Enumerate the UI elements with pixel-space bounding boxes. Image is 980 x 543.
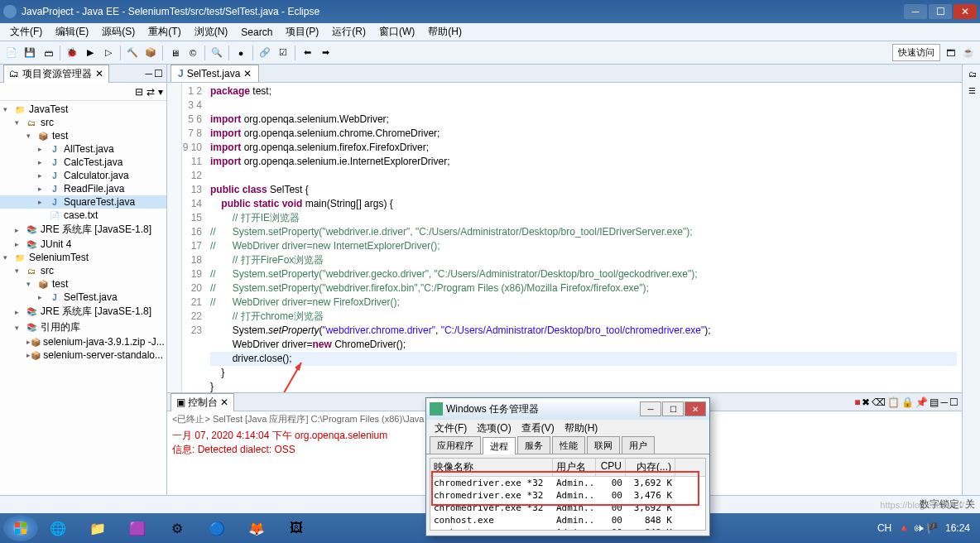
build-button[interactable]: 🔨 (124, 45, 141, 61)
taskman-title-bar[interactable]: Windows 任务管理器 ─ ☐ ✕ (426, 398, 709, 420)
taskman-menu-item[interactable]: 帮助(H) (560, 420, 603, 436)
save-all-button[interactable]: 🗃 (40, 45, 56, 61)
minimize-pane-icon[interactable]: ─ (940, 396, 948, 408)
tree-node[interactable]: ▸JAllTest.java (0, 142, 166, 156)
taskman-process-table[interactable]: 映像名称 用户名 CPU 内存(...) chromedriver.exe *3… (430, 458, 706, 531)
view-menu-icon[interactable]: ▾ (158, 86, 163, 98)
taskbar-app3[interactable]: 🖼 (277, 516, 315, 541)
pin-console-button[interactable]: 📌 (915, 396, 928, 408)
tree-node[interactable]: ▾📦test (0, 129, 166, 142)
taskman-tab[interactable]: 服务 (517, 436, 550, 454)
close-tab-icon[interactable]: ✕ (243, 68, 252, 79)
close-tab-icon[interactable]: ✕ (95, 68, 103, 79)
minimize-button[interactable]: ─ (904, 4, 927, 19)
taskman-menu-item[interactable]: 文件(F) (430, 420, 472, 436)
new-class-button[interactable]: © (185, 45, 201, 61)
task-manager-window[interactable]: Windows 任务管理器 ─ ☐ ✕ 文件(F)选项(O)查看(V)帮助(H)… (425, 397, 710, 536)
menu-item[interactable]: 窗口(W) (372, 23, 421, 41)
table-row[interactable]: chromedriver.exe *32Admin..003,692 K (430, 477, 705, 489)
collapse-all-icon[interactable]: ⊟ (135, 86, 143, 98)
clear-console-button[interactable]: 📋 (887, 396, 900, 408)
taskman-menu-item[interactable]: 查看(V) (516, 420, 560, 436)
display-button[interactable]: ▤ (930, 396, 939, 408)
start-button[interactable] (3, 515, 38, 541)
scroll-lock-button[interactable]: 🔒 (901, 396, 914, 408)
maximize-pane-icon[interactable]: ☐ (154, 68, 163, 79)
code-editor[interactable]: 1 2 3 4 5 6 7 8 9 10 11 12 13 14 15 16 1… (167, 83, 962, 392)
menu-item[interactable]: 帮助(H) (421, 23, 468, 41)
taskman-menu-item[interactable]: 选项(O) (472, 420, 516, 436)
taskbar-firefox[interactable]: 🦊 (238, 516, 276, 541)
perspective-java-button[interactable]: ☕ (960, 45, 977, 61)
taskman-tab[interactable]: 用户 (622, 436, 655, 454)
tree-node[interactable]: ▸JCalcTest.java (0, 156, 166, 169)
perspective-javaee-button[interactable]: 🗔 (942, 45, 958, 61)
table-row[interactable]: chromedriver.exe *32Admin..003,692 K (430, 502, 705, 514)
menu-item[interactable]: 编辑(E) (49, 23, 95, 41)
editor-tab-seltest[interactable]: J SelTest.java ✕ (171, 65, 259, 82)
close-tab-icon[interactable]: ✕ (220, 396, 228, 408)
menu-item[interactable]: 文件(F) (3, 23, 49, 41)
table-row[interactable]: conhost.exeAdmin..00848 K (430, 526, 705, 531)
menu-item[interactable]: 浏览(N) (188, 23, 235, 41)
taskbar-explorer[interactable]: 📁 (79, 516, 117, 541)
debug-button[interactable]: 🐞 (64, 45, 80, 61)
taskbar-ie[interactable]: 🌐 (39, 516, 77, 541)
maximize-button[interactable]: ☐ (929, 4, 952, 19)
taskman-close-button[interactable]: ✕ (685, 401, 706, 416)
tree-node[interactable]: ▸JReadFile.java (0, 182, 166, 195)
console-tab[interactable]: ▣ 控制台 ✕ (171, 393, 234, 411)
tree-node[interactable]: 📄case.txt (0, 209, 166, 222)
taskman-tab[interactable]: 进程 (483, 437, 516, 454)
maximize-pane-icon[interactable]: ☐ (949, 396, 958, 408)
toggle-breakpoint-button[interactable]: ● (233, 45, 249, 61)
menu-item[interactable]: 运行(R) (325, 23, 372, 41)
code-content[interactable]: package test; import org.openqa.selenium… (205, 83, 962, 392)
open-type-button[interactable]: 🔗 (257, 45, 273, 61)
table-row[interactable]: chromedriver.exe *32Admin..003,476 K (430, 489, 705, 502)
save-button[interactable]: 💾 (22, 45, 38, 61)
quick-access[interactable]: 快速访问 (892, 44, 940, 61)
task-list-button[interactable]: ☰ (967, 86, 976, 95)
taskbar-app1[interactable]: 🟪 (118, 516, 156, 541)
tree-node[interactable]: ▸JSquareTest.java (0, 195, 166, 209)
tree-node[interactable]: ▸📚JRE 系统库 [JavaSE-1.8] (0, 222, 166, 238)
taskbar-app2[interactable]: ⚙ (158, 516, 196, 541)
minimize-pane-icon[interactable]: ─ (145, 68, 152, 79)
close-button[interactable]: ✕ (954, 4, 977, 19)
tray-icons[interactable]: 🔺 🕪 🏴 (898, 522, 939, 534)
table-row[interactable]: conhost.exeAdmin..00848 K (430, 514, 705, 526)
tree-node[interactable]: ▾📦test (0, 277, 166, 291)
link-editor-icon[interactable]: ⇄ (147, 86, 155, 98)
menu-item[interactable]: 项目(P) (279, 23, 325, 41)
run-last-button[interactable]: ▷ (100, 45, 117, 61)
table-header[interactable]: 映像名称 用户名 CPU 内存(...) (430, 459, 705, 477)
search-button[interactable]: 🔍 (209, 45, 225, 61)
taskman-tab[interactable]: 应用程序 (430, 436, 481, 454)
tree-node[interactable]: ▸JSelTest.java (0, 291, 166, 304)
menu-item[interactable]: 源码(S) (95, 23, 142, 41)
package-button[interactable]: 📦 (142, 45, 159, 61)
new-button[interactable]: 📄 (3, 45, 20, 61)
taskman-maximize-button[interactable]: ☐ (662, 401, 684, 416)
tree-node[interactable]: ▾📚引用的库 (0, 320, 166, 335)
taskman-tab[interactable]: 性能 (552, 436, 585, 454)
taskman-minimize-button[interactable]: ─ (640, 401, 661, 416)
tree-node[interactable]: ▸📦selenium-server-standalo... (0, 348, 166, 362)
outline-button[interactable]: 🗂 (967, 70, 977, 78)
tree-node[interactable]: ▸📚JUnit 4 (0, 238, 166, 251)
project-tree[interactable]: ▾📁JavaTest▾🗂src▾📦test▸JAllTest.java▸JCal… (0, 101, 166, 525)
open-task-button[interactable]: ☑ (275, 45, 291, 61)
remove-launch-button[interactable]: ✖ (862, 396, 870, 408)
tree-node[interactable]: ▸JCalculator.java (0, 169, 166, 182)
terminate-button[interactable]: ■ (854, 396, 860, 408)
tree-node[interactable]: ▸📚JRE 系统库 [JavaSE-1.8] (0, 304, 166, 320)
tree-node[interactable]: ▾📁SeleniumTest (0, 251, 166, 264)
tree-node[interactable]: ▾🗂src (0, 264, 166, 277)
taskbar-chrome[interactable]: 🔵 (198, 516, 236, 541)
system-tray[interactable]: CH 🔺 🕪 🏴 16:24 (877, 522, 977, 534)
project-explorer-tab[interactable]: 🗂 项目资源管理器 ✕ (3, 65, 109, 83)
tree-node[interactable]: ▾📁JavaTest (0, 103, 166, 116)
remove-all-button[interactable]: ⌫ (872, 396, 886, 408)
menu-item[interactable]: Search (234, 25, 279, 40)
